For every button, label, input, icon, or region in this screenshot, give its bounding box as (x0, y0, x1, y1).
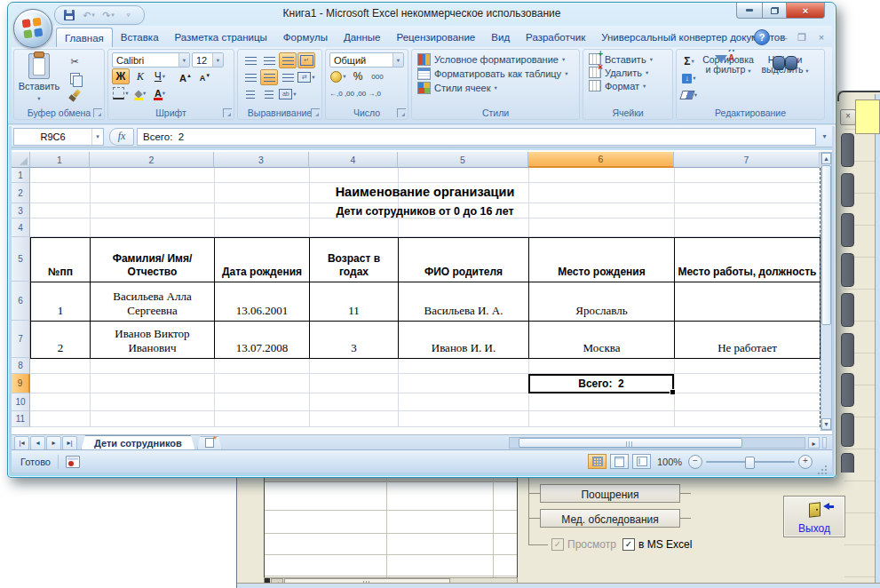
background-app-close-cell-button[interactable]: × (840, 109, 856, 125)
zoom-slider[interactable] (706, 456, 795, 468)
row-header-11[interactable]: 11 (12, 411, 30, 427)
align-center-button[interactable] (260, 69, 278, 85)
column-header-4[interactable]: 4 (309, 152, 398, 168)
tab-page-layout[interactable]: Разметка страницы (167, 28, 275, 47)
tab-view[interactable]: Вид (483, 28, 518, 47)
column-header-5[interactable]: 5 (398, 152, 528, 168)
number-format-combo[interactable]: Общий ▾ (329, 52, 404, 68)
table-header-cell[interactable]: ФИО родителя (399, 238, 529, 282)
horizontal-scrollbar[interactable] (509, 437, 805, 449)
cell-styles-button[interactable]: Стили ячеек ▾ (417, 82, 577, 94)
title-bar[interactable]: ↶▾ ↷▾ ▿ Книга1 - Microsoft Excel некомме… (8, 3, 836, 26)
table-cell[interactable]: Васильева Алла Сергеевна (91, 282, 215, 322)
fill-button[interactable]: ↓▾ (680, 70, 698, 86)
paste-button[interactable]: Вставить ▾ (16, 52, 62, 107)
column-header-1[interactable]: 1 (30, 152, 90, 168)
align-middle-button[interactable] (260, 52, 278, 68)
rewards-button[interactable]: Поощрения (540, 484, 680, 503)
table-header-cell[interactable]: Место рождения (529, 238, 675, 282)
scroll-down-icon[interactable]: ▼ (821, 418, 831, 430)
copy-button[interactable] (66, 70, 83, 86)
table-cell[interactable]: 3 (310, 322, 399, 359)
table-cell[interactable]: Васильева И. А. (399, 282, 529, 322)
alignment-dialog-launcher[interactable] (311, 108, 320, 117)
font-dialog-launcher[interactable] (223, 108, 232, 117)
first-sheet-button[interactable]: |◂ (14, 436, 29, 450)
italic-button[interactable]: К (131, 68, 149, 84)
sort-filter-button[interactable]: АЯ Сортировка и фильтр ▾ (700, 52, 757, 107)
format-painter-button[interactable] (66, 87, 83, 103)
merge-center-button[interactable]: ⇄▾ (297, 69, 315, 85)
align-right-button[interactable] (279, 69, 297, 85)
table-cell[interactable]: Иванов Виктор Иванович (91, 322, 215, 359)
insert-worksheet-button[interactable] (197, 436, 222, 450)
row-header-9-selected[interactable]: 9 (12, 374, 30, 393)
preview-checkbox[interactable]: ✓ Просмотр (551, 538, 616, 551)
table-header-cell[interactable]: №пп (31, 238, 91, 282)
scrollbar-thumb[interactable] (821, 165, 831, 325)
align-left-button[interactable] (242, 69, 259, 85)
percent-style-button[interactable]: % (349, 68, 367, 84)
tab-developer[interactable]: Разработчик (518, 28, 593, 47)
zoom-out-button[interactable]: − (688, 455, 702, 469)
row-header-10[interactable]: 10 (12, 393, 30, 411)
table-cell[interactable]: Москва (529, 322, 675, 359)
tab-data[interactable]: Данные (336, 28, 389, 47)
selected-cell-total[interactable]: Всего: 2 (528, 374, 674, 393)
expand-formula-bar-button[interactable]: ▾ (819, 130, 830, 144)
row-header-7[interactable]: 7 (12, 321, 30, 358)
fill-color-button[interactable]: ◆▾ (131, 85, 149, 101)
decrease-indent-button[interactable] (242, 86, 259, 102)
font-color-button[interactable]: А▾ (151, 85, 169, 101)
row-header-3[interactable]: 3 (12, 203, 30, 219)
font-name-combo[interactable]: Calibri ▾ (112, 52, 190, 68)
qat-customize-button[interactable]: ▿ (119, 8, 137, 22)
macro-record-icon[interactable] (66, 456, 80, 468)
to-ms-excel-checkbox[interactable]: ✓ в MS Excel (622, 538, 692, 551)
sheet-tab-active[interactable]: Дети сотрудников (81, 435, 195, 450)
report-table[interactable]: №пп Фамилия/ Имя/ Отчество Дата рождения… (30, 237, 821, 359)
table-cell[interactable]: Ярославль (529, 282, 675, 322)
save-button[interactable] (60, 8, 78, 22)
last-sheet-button[interactable]: ▸| (62, 436, 77, 450)
table-header-cell[interactable]: Место работы, должность (675, 238, 821, 282)
clear-button[interactable]: ▾ (680, 87, 698, 103)
tab-insert[interactable]: Вставка (113, 28, 167, 47)
format-cells-button[interactable]: Формат ▾ (589, 80, 670, 91)
clipboard-dialog-launcher[interactable] (93, 108, 102, 117)
increase-indent-button[interactable] (260, 86, 278, 102)
table-cell[interactable] (675, 282, 821, 322)
workbook-close-button[interactable]: × (814, 32, 828, 43)
page-break-view-button[interactable] (632, 454, 651, 469)
row-header-5[interactable]: 5 (12, 237, 30, 282)
increase-decimal-button[interactable]: ←,0 ,00 (329, 85, 354, 101)
minimize-button[interactable] (736, 3, 763, 19)
table-cell[interactable]: 13.07.2008 (215, 322, 310, 359)
page-layout-view-button[interactable] (610, 454, 629, 469)
table-cell[interactable]: 13.06.2001 (215, 282, 310, 322)
table-cell[interactable]: 1 (31, 282, 91, 322)
zoom-level[interactable]: 100% (654, 457, 685, 467)
column-header-7[interactable]: 7 (674, 152, 820, 168)
autosum-button[interactable]: Σ▾ (680, 53, 698, 69)
zoom-in-button[interactable]: + (798, 455, 813, 469)
tab-home[interactable]: Главная (56, 28, 113, 47)
formula-input[interactable]: Всего: 2 (137, 128, 816, 146)
align-top-button[interactable] (242, 52, 259, 68)
find-select-button[interactable]: Найти и выделить ▾ (757, 52, 813, 107)
scrollbar-thumb[interactable] (519, 438, 742, 448)
borders-button[interactable]: ▾ (112, 85, 130, 101)
help-icon[interactable]: ? (754, 29, 770, 45)
column-header-6-selected[interactable]: 6 (528, 152, 674, 168)
align-bottom-button[interactable] (279, 52, 297, 68)
office-button[interactable] (13, 9, 52, 48)
conditional-formatting-button[interactable]: Условное форматирование ▾ (417, 53, 577, 66)
column-header-3[interactable]: 3 (214, 152, 309, 168)
row-header-8[interactable]: 8 (12, 358, 30, 374)
table-cell[interactable]: 2 (31, 322, 91, 359)
accounting-format-button[interactable]: ▾ (329, 68, 347, 84)
tab-formulas[interactable]: Формулы (275, 28, 336, 47)
orientation-button[interactable]: ab▾ (279, 86, 297, 102)
wrap-text-button[interactable]: ↵ (297, 52, 315, 68)
tab-splitter[interactable] (822, 437, 827, 449)
